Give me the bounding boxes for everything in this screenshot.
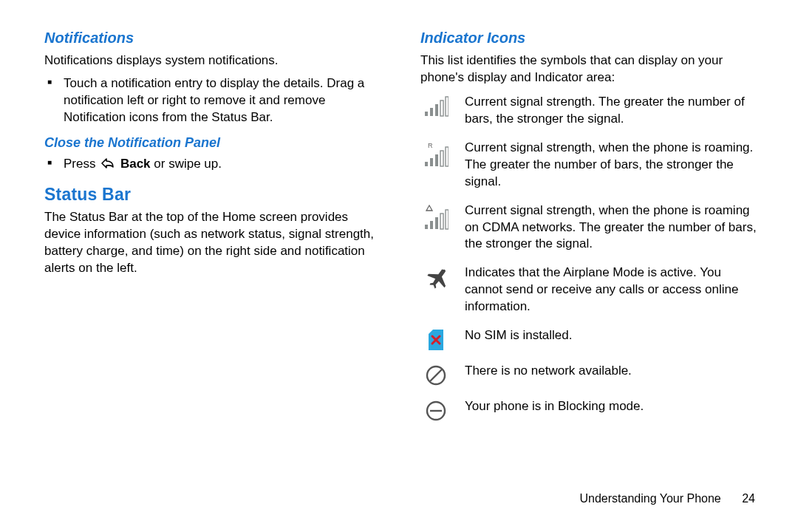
list-item: No SIM is installed. [420, 327, 761, 351]
no-network-desc: There is no network available. [465, 363, 761, 380]
svg-rect-13 [435, 217, 438, 229]
footer-page-number: 24 [742, 491, 755, 507]
svg-line-17 [430, 369, 442, 381]
list-item: Your phone is in Blocking mode. [420, 398, 761, 422]
indicator-icon-list: Current signal strength. The greater the… [420, 94, 761, 422]
heading-status-bar: Status Bar [44, 183, 385, 206]
svg-rect-3 [440, 100, 443, 116]
airplane-icon [420, 265, 451, 290]
signal-icon [420, 94, 451, 117]
footer-section: Understanding Your Phone [579, 492, 720, 505]
signal-roaming-r-icon: R [420, 140, 451, 168]
notifications-bullet-text: Touch a notification entry to display th… [64, 76, 364, 124]
indicator-intro: This list identifies the symbols that ca… [420, 52, 761, 86]
close-bullet-suffix: or swipe up. [154, 157, 222, 171]
close-panel-bullet: Press Back or swipe up. [44, 156, 385, 176]
airplane-desc: Indicates that the Airplane Mode is acti… [465, 265, 761, 316]
notifications-bullet: Touch a notification entry to display th… [44, 75, 385, 126]
svg-text:R: R [428, 142, 433, 149]
no-sim-icon [420, 327, 451, 351]
svg-rect-0 [425, 112, 428, 116]
svg-rect-6 [425, 162, 428, 166]
svg-rect-11 [425, 225, 428, 229]
svg-rect-12 [430, 221, 433, 229]
signal-desc: Current signal strength. The greater the… [465, 94, 761, 128]
signal-roaming-tri-icon [420, 202, 451, 231]
svg-rect-8 [435, 154, 438, 166]
svg-rect-4 [446, 97, 449, 116]
status-bar-body: The Status Bar at the top of the Home sc… [44, 209, 385, 277]
signal-roaming-r-desc: Current signal strength, when the phone … [465, 140, 761, 191]
no-network-icon [420, 363, 451, 386]
right-column: Indicator Icons This list identifies the… [420, 28, 761, 434]
page-footer: Understanding Your Phone 24 [579, 491, 755, 507]
list-item: Current signal strength, when the phone … [420, 202, 761, 253]
svg-rect-9 [440, 151, 443, 166]
list-item: There is no network available. [420, 363, 761, 386]
list-item: R Current signal strength, when the phon… [420, 140, 761, 191]
no-sim-desc: No SIM is installed. [465, 327, 761, 344]
svg-rect-15 [446, 210, 449, 229]
notifications-intro: Notifications displays system notificati… [44, 52, 385, 69]
list-item: Indicates that the Airplane Mode is acti… [420, 265, 761, 316]
heading-indicator-icons: Indicator Icons [420, 28, 761, 48]
heading-close-panel: Close the Notification Panel [44, 134, 385, 151]
svg-rect-10 [446, 147, 449, 166]
svg-rect-7 [430, 158, 433, 166]
left-column: Notifications Notifications displays sys… [44, 28, 385, 434]
signal-roaming-tri-desc: Current signal strength, when the phone … [465, 202, 761, 253]
blocking-icon [420, 398, 451, 422]
heading-notifications: Notifications [44, 28, 385, 48]
blocking-desc: Your phone is in Blocking mode. [465, 398, 761, 415]
close-bullet-bold: Back [120, 157, 151, 171]
list-item: Current signal strength. The greater the… [420, 94, 761, 128]
svg-rect-2 [435, 104, 438, 116]
svg-rect-14 [440, 214, 443, 229]
close-bullet-prefix: Press [64, 157, 99, 171]
svg-rect-1 [430, 108, 433, 116]
back-icon [99, 156, 115, 176]
